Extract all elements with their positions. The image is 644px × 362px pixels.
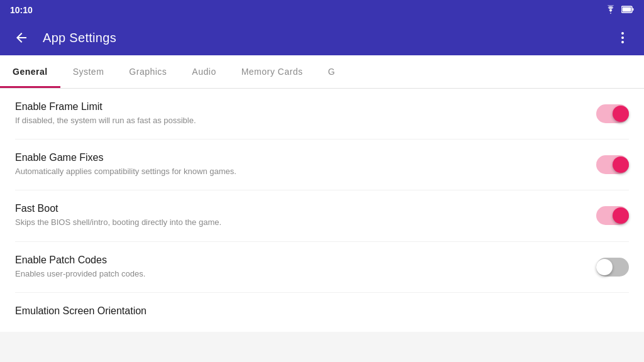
setting-game-fixes: Enable Game Fixes Automatically applies … bbox=[15, 140, 629, 190]
setting-frame-limit: Enable Frame Limit If disabled, the syst… bbox=[15, 89, 629, 140]
tab-bar: General System Graphics Audio Memory Car… bbox=[0, 55, 644, 89]
toggle-track-frame-limit bbox=[596, 104, 629, 123]
toggle-track-fast-boot bbox=[596, 206, 629, 225]
app-bar-title: App Settings bbox=[43, 31, 601, 45]
setting-patch-codes-toggle[interactable] bbox=[596, 258, 629, 277]
toggle-thumb-patch-codes bbox=[596, 259, 613, 275]
tab-general[interactable]: General bbox=[0, 55, 60, 88]
toggle-thumb-frame-limit bbox=[613, 106, 629, 122]
tab-g[interactable]: G bbox=[315, 55, 347, 88]
tab-memory-cards[interactable]: Memory Cards bbox=[229, 55, 316, 88]
more-dot-1 bbox=[621, 32, 624, 35]
setting-game-fixes-desc: Automatically applies compatibility sett… bbox=[15, 166, 581, 177]
setting-fast-boot: Fast Boot Skips the BIOS shell/intro, bo… bbox=[15, 190, 629, 241]
setting-frame-limit-text: Enable Frame Limit If disabled, the syst… bbox=[15, 101, 596, 126]
toggle-track-game-fixes bbox=[596, 155, 629, 174]
back-button[interactable] bbox=[10, 26, 33, 49]
setting-patch-codes-text: Enable Patch Codes Enables user-provided… bbox=[15, 255, 596, 280]
app-bar: App Settings bbox=[0, 20, 644, 55]
setting-fast-boot-toggle[interactable] bbox=[596, 206, 629, 225]
battery-icon bbox=[621, 5, 634, 15]
time-display: 10:10 bbox=[10, 5, 33, 15]
tab-system[interactable]: System bbox=[60, 55, 117, 88]
more-options-button[interactable] bbox=[611, 26, 634, 49]
svg-rect-1 bbox=[623, 8, 631, 12]
wifi-icon bbox=[605, 5, 616, 16]
setting-frame-limit-toggle[interactable] bbox=[596, 104, 629, 123]
setting-game-fixes-text: Enable Game Fixes Automatically applies … bbox=[15, 152, 596, 177]
setting-patch-codes-title: Enable Patch Codes bbox=[15, 255, 581, 266]
svg-rect-2 bbox=[633, 8, 634, 11]
setting-screen-orientation: Emulation Screen Orientation bbox=[15, 293, 629, 332]
toggle-thumb-game-fixes bbox=[613, 156, 629, 173]
setting-game-fixes-toggle[interactable] bbox=[596, 155, 629, 174]
toggle-track-patch-codes bbox=[596, 258, 629, 277]
setting-frame-limit-desc: If disabled, the system will run as fast… bbox=[15, 115, 581, 126]
setting-patch-codes-desc: Enables user-provided patch codes. bbox=[15, 268, 581, 280]
more-dot-3 bbox=[621, 41, 624, 43]
setting-fast-boot-desc: Skips the BIOS shell/intro, booting dire… bbox=[15, 217, 581, 228]
setting-game-fixes-title: Enable Game Fixes bbox=[15, 152, 581, 163]
setting-screen-orientation-title: Emulation Screen Orientation bbox=[15, 305, 147, 317]
setting-patch-codes: Enable Patch Codes Enables user-provided… bbox=[15, 242, 629, 293]
toggle-thumb-fast-boot bbox=[613, 207, 629, 224]
more-dot-2 bbox=[621, 36, 624, 39]
setting-fast-boot-title: Fast Boot bbox=[15, 203, 581, 214]
status-icons bbox=[605, 5, 634, 16]
settings-list: Enable Frame Limit If disabled, the syst… bbox=[0, 89, 644, 332]
tab-graphics[interactable]: Graphics bbox=[116, 55, 179, 88]
setting-fast-boot-text: Fast Boot Skips the BIOS shell/intro, bo… bbox=[15, 203, 596, 228]
setting-frame-limit-title: Enable Frame Limit bbox=[15, 101, 581, 112]
status-bar: 10:10 bbox=[0, 0, 644, 20]
tab-audio[interactable]: Audio bbox=[179, 55, 228, 88]
